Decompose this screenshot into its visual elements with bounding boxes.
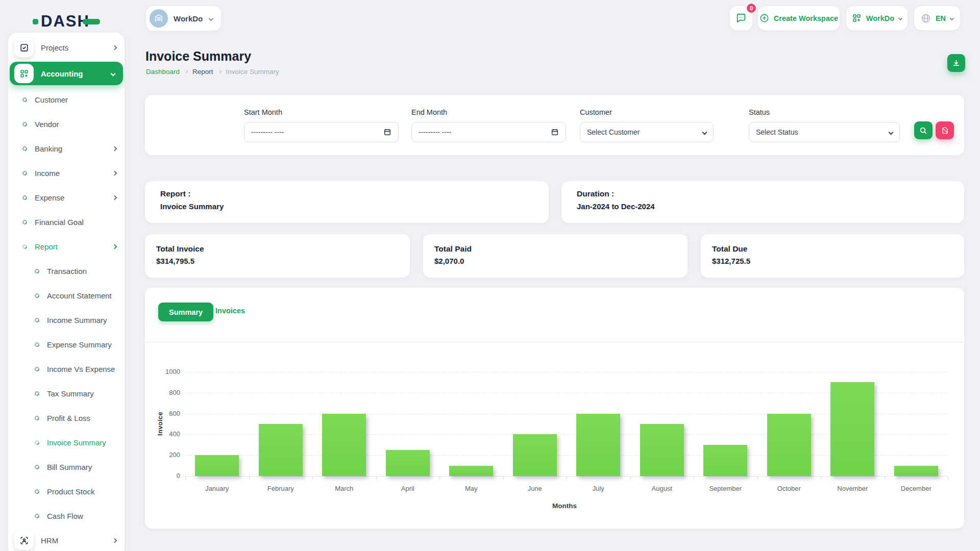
bar-january[interactable]: [195, 455, 239, 476]
chevron-down-icon: [209, 16, 214, 21]
sidebar-item-label: Tax Summary: [47, 389, 94, 398]
bar-september[interactable]: [703, 445, 747, 476]
sidebar-item-label: Income Vs Expense: [47, 365, 115, 373]
bar-august[interactable]: [640, 424, 684, 476]
bar-july[interactable]: [576, 414, 620, 476]
app-logo[interactable]: DASH: [33, 12, 100, 31]
create-workspace-label: Create Workspace: [774, 14, 838, 22]
sidebar-item-financial-goal[interactable]: Financial Goal: [8, 210, 125, 234]
search-button[interactable]: [914, 121, 933, 139]
sidebar-item-label: Product Stock: [47, 487, 94, 496]
chevron-down-icon: [889, 130, 894, 135]
sidebar-item-invoice-summary[interactable]: Invoice Summary: [8, 430, 125, 455]
chevron-down-icon: [702, 130, 707, 135]
sidebar-item-income-vs-expense[interactable]: Income Vs Expense: [8, 357, 125, 381]
sidebar-item-income[interactable]: Income: [8, 161, 125, 185]
sidebar-item-accounting[interactable]: Accounting: [10, 62, 123, 85]
bullet-icon: [21, 96, 28, 103]
end-month-input[interactable]: --------- ----: [411, 122, 566, 142]
sidebar-item-vendor[interactable]: Vendor: [8, 112, 125, 136]
sidebar-item-label: Account Statement: [47, 291, 112, 300]
x-axis-label: September: [694, 485, 757, 492]
workspace-menu-label: WorkDo: [866, 14, 894, 22]
total-due-card: Total Due $312,725.5: [701, 234, 964, 278]
notification-badge: 0: [746, 3, 757, 14]
create-workspace-button[interactable]: Create Workspace: [758, 6, 840, 30]
bar-may[interactable]: [449, 466, 493, 476]
total-paid-card: Total Paid $2,070.0: [423, 234, 688, 278]
breadcrumb-report-link[interactable]: Report: [192, 68, 213, 76]
duration-card: Duration : Jan-2024 to Dec-2024: [561, 181, 964, 223]
sidebar-item-account-statement[interactable]: Account Statement: [8, 283, 125, 308]
bar-november[interactable]: [830, 382, 874, 476]
chevron-right-icon: [218, 70, 222, 73]
workspace-avatar: [150, 9, 168, 28]
bullet-icon: [34, 488, 40, 495]
download-button[interactable]: [947, 54, 965, 72]
workspace-selector[interactable]: WorkDo: [146, 6, 221, 31]
sidebar-item-hrm[interactable]: HRM: [8, 528, 125, 551]
status-select[interactable]: Select Status: [749, 122, 900, 142]
sidebar-item-tax-summary[interactable]: Tax Summary: [8, 381, 125, 406]
x-axis-label: May: [439, 485, 503, 492]
bullet-icon: [34, 439, 40, 446]
sidebar-item-bill-summary[interactable]: Bill Summary: [8, 455, 125, 479]
sidebar-item-label: Cash Flow: [47, 512, 83, 520]
bar-december[interactable]: [894, 466, 938, 476]
sidebar-item-label: Financial Goal: [35, 218, 84, 227]
y-axis-tick-label: 800: [154, 389, 180, 396]
sidebar-item-banking[interactable]: Banking: [8, 136, 125, 161]
reset-filter-button[interactable]: [936, 121, 954, 139]
hrm-scan-icon: [19, 536, 29, 545]
x-axis-label: June: [503, 485, 567, 492]
total-paid-label: Total Paid: [434, 244, 676, 254]
sidebar-item-expense-summary[interactable]: Expense Summary: [8, 332, 125, 357]
bar-october[interactable]: [767, 414, 811, 476]
messages-button[interactable]: 0: [730, 6, 752, 30]
sidebar-item-projects[interactable]: Projects: [8, 35, 125, 60]
logo-dot-icon: [33, 19, 38, 24]
total-paid-value: $2,070.0: [434, 257, 676, 265]
customer-select[interactable]: Select Customer: [580, 122, 714, 142]
bullet-icon: [21, 145, 28, 152]
sidebar-item-customer[interactable]: Customer: [8, 87, 125, 112]
breadcrumb-dashboard-link[interactable]: Dashboard: [146, 68, 180, 76]
x-axis-tick: [885, 477, 885, 480]
customer-select-value: Select Customer: [587, 128, 640, 136]
tab-invoices[interactable]: Invoices: [215, 307, 245, 315]
language-selector[interactable]: EN: [914, 6, 960, 30]
start-month-input[interactable]: --------- ----: [244, 122, 399, 142]
sidebar-item-expense[interactable]: Expense: [8, 185, 125, 210]
bar-march[interactable]: [322, 414, 366, 476]
checkbox-icon: [19, 43, 29, 53]
workspace-name: WorkDo: [174, 14, 203, 23]
grid-plus-icon: [14, 64, 34, 83]
sidebar-item-label: Report: [35, 242, 58, 251]
sidebar-item-profit-loss[interactable]: Profit & Loss: [8, 406, 125, 430]
sidebar-item-income-summary[interactable]: Income Summary: [8, 308, 125, 332]
sidebar-item-label: Banking: [35, 144, 62, 153]
bullet-icon: [21, 121, 28, 128]
bar-february[interactable]: [259, 424, 303, 476]
end-month-label: End Month: [411, 108, 447, 116]
sidebar-item-cash-flow[interactable]: Cash Flow: [8, 504, 125, 528]
chevron-down-icon: [950, 16, 954, 20]
chat-bubble-icon: [736, 13, 747, 24]
x-axis-label: February: [249, 485, 313, 492]
bar-april[interactable]: [386, 450, 430, 476]
breadcrumb-current: Invoice Summary: [226, 68, 279, 76]
total-invoice-label: Total Invoice: [156, 244, 399, 254]
hrm-icon: [14, 531, 34, 550]
status-label: Status: [749, 108, 770, 116]
sidebar-item-product-stock[interactable]: Product Stock: [8, 479, 125, 504]
calendar-icon: [551, 128, 559, 136]
customer-label: Customer: [580, 108, 612, 116]
bullet-icon: [34, 341, 40, 348]
tab-summary[interactable]: Summary: [158, 303, 213, 321]
bar-june[interactable]: [513, 434, 557, 476]
workspace-menu-button[interactable]: WorkDo: [846, 6, 908, 30]
sidebar-item-report[interactable]: Report: [8, 234, 125, 259]
x-axis-label: July: [567, 485, 630, 492]
sidebar-item-transaction[interactable]: Transaction: [8, 259, 125, 283]
x-axis-label: April: [376, 485, 440, 492]
